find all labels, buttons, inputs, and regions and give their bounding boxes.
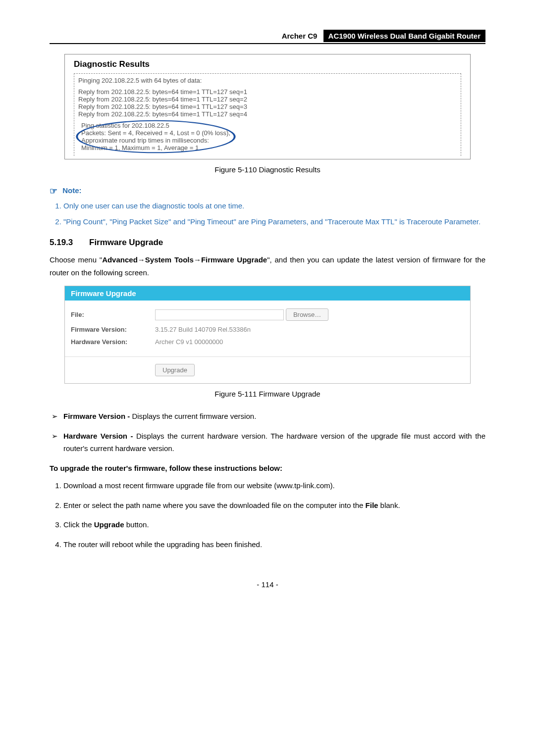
note-item: "Ping Count", "Ping Packet Size" and "Pi… xyxy=(63,215,485,228)
upgrade-button[interactable]: Upgrade xyxy=(155,364,195,376)
browse-button[interactable]: Browse… xyxy=(286,308,328,321)
menu-path-advanced: Advanced xyxy=(102,255,138,264)
firmware-version-value: 3.15.27 Build 140709 Rel.53386n xyxy=(155,326,251,333)
firmware-version-bold: Firmware Version - xyxy=(63,412,132,420)
diagnostic-output: Pinging 202.108.22.5 with 64 bytes of da… xyxy=(74,73,461,156)
step-text: Enter or select the path name where you … xyxy=(63,501,366,509)
hardware-version-bold: Hardware Version - xyxy=(63,432,136,440)
ping-stats-highlight: Ping statistics for 202.108.22.5 Packets… xyxy=(78,122,233,151)
step-text: blank. xyxy=(378,501,400,509)
note-heading: ☞ Note: xyxy=(50,186,485,197)
step-bold-upgrade: Upgrade xyxy=(94,520,124,529)
note-label: Note: xyxy=(62,186,81,195)
step-text: Click the xyxy=(63,520,94,529)
intro-text: Choose menu " xyxy=(50,255,102,264)
file-label: File: xyxy=(71,311,155,318)
ping-header: Pinging 202.108.22.5 with 64 bytes of da… xyxy=(78,77,457,84)
step-text: button. xyxy=(124,520,149,529)
section-title: Firmware Upgrade xyxy=(89,238,163,247)
section-number: 5.19.3 xyxy=(50,238,73,247)
hardware-version-value: Archer C9 v1 00000000 xyxy=(155,338,223,346)
ping-reply: Reply from 202.108.22.5: bytes=64 time=1… xyxy=(78,96,457,103)
note-item: Only one user can use the diagnostic too… xyxy=(63,200,485,212)
header-model: Archer C9 xyxy=(282,32,321,40)
diagnostic-results-title: Diagnostic Results xyxy=(74,59,461,69)
hardware-version-label: Hardware Version: xyxy=(71,338,155,346)
figure-caption-5-110: Figure 5-110 Diagnostic Results xyxy=(50,165,485,174)
instructions-title-text: To upgrade the router's firmware, follow… xyxy=(50,464,282,472)
diagnostic-results-box: Diagnostic Results Pinging 202.108.22.5 … xyxy=(64,54,471,159)
page-header: Archer C9 AC1900 Wireless Dual Band Giga… xyxy=(50,30,485,44)
firmware-version-desc: Displays the current firmware version. xyxy=(132,412,256,420)
ping-reply: Reply from 202.108.22.5: bytes=64 time=1… xyxy=(78,88,457,96)
section-heading: 5.19.3 Firmware Upgrade xyxy=(50,238,485,248)
step-item: Download a most recent firmware upgrade … xyxy=(63,479,485,492)
note-list: Only one user can use the diagnostic too… xyxy=(50,200,485,228)
file-input[interactable] xyxy=(155,309,284,320)
ping-reply: Reply from 202.108.22.5: bytes=64 time=1… xyxy=(78,103,457,110)
oval-icon xyxy=(75,120,236,153)
list-item: Hardware Version - Displays the current … xyxy=(63,430,485,455)
list-item: Firmware Version - Displays the current … xyxy=(63,410,485,423)
header-title: AC1900 Wireless Dual Band Gigabit Router xyxy=(323,30,485,42)
section-intro: Choose menu "Advanced→System Tools→Firmw… xyxy=(50,253,485,279)
pointing-hand-icon: ☞ xyxy=(50,186,57,197)
description-list: Firmware Version - Displays the current … xyxy=(50,410,485,455)
step-item: Enter or select the path name where you … xyxy=(63,499,485,512)
step-item: Click the Upgrade button. xyxy=(63,518,485,531)
page-number: - 114 - xyxy=(50,580,485,589)
step-item: The router will reboot while the upgradi… xyxy=(63,538,485,551)
step-bold-file: File xyxy=(366,501,378,509)
firmware-version-label: Firmware Version: xyxy=(71,326,155,333)
steps-list: Download a most recent firmware upgrade … xyxy=(50,479,485,551)
firmware-upgrade-panel: Firmware Upgrade File: Browse… Firmware … xyxy=(64,286,471,384)
menu-path-firmware-upgrade: Firmware Upgrade xyxy=(201,255,267,264)
panel-title: Firmware Upgrade xyxy=(65,286,470,301)
figure-caption-5-111: Figure 5-111 Firmware Upgrade xyxy=(50,390,485,398)
ping-reply: Reply from 202.108.22.5: bytes=64 time=1… xyxy=(78,110,457,118)
menu-path-system-tools: System Tools xyxy=(145,255,194,264)
svg-point-0 xyxy=(77,121,234,153)
instructions-title: To upgrade the router's firmware, follow… xyxy=(50,462,485,475)
